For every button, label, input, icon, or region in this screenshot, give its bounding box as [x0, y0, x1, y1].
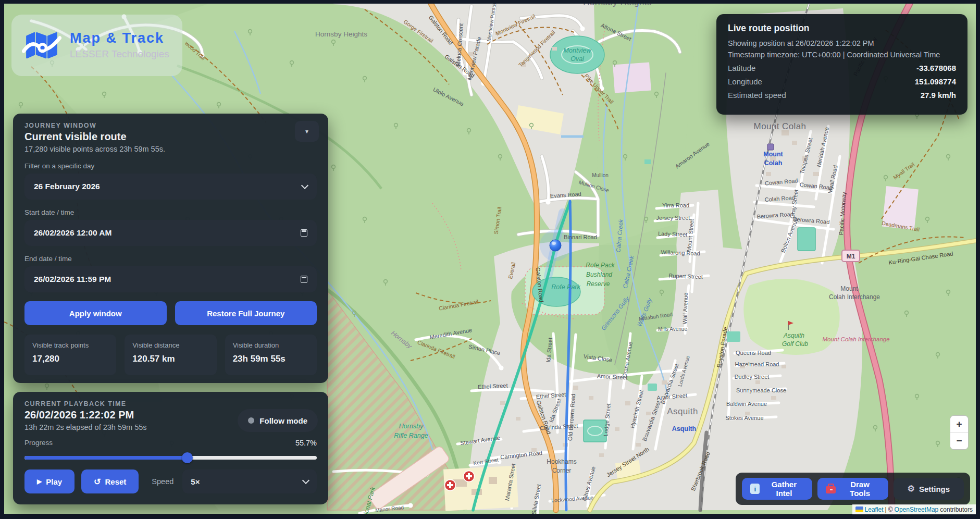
map-label: Corner	[552, 467, 572, 474]
play-button[interactable]: ▶ Play	[24, 469, 75, 493]
latitude-value: -33.678068	[916, 64, 956, 72]
toolbox-icon	[826, 486, 836, 493]
ukraine-flag-icon	[855, 506, 863, 512]
map-label: Hazelmead Road	[735, 361, 779, 367]
live-showing-position: Showing position at 26/02/2026 1:22:02 P…	[728, 39, 956, 47]
speed-select-value: 5×	[191, 477, 200, 486]
stat-label: Visible track points	[32, 341, 108, 349]
stat-value: 120.57 km	[132, 354, 175, 364]
app-root: M1 Hornsby HeightsHornsby Hei	[0, 0, 980, 519]
map-label: Reserve	[587, 280, 610, 288]
map-label: Asquith	[672, 425, 697, 433]
end-datetime-value: 26/02/2026 11:59 PM	[34, 275, 111, 284]
settings-button[interactable]: ⚙ Settings	[894, 478, 964, 500]
live-timezone: Timestamp timezone: UTC+00:00 | Coordina…	[728, 51, 956, 59]
slider-fill	[24, 456, 187, 460]
follow-mode-label: Follow mode	[259, 416, 307, 425]
map-and-track-logo-icon	[22, 28, 61, 63]
map-label: Wall Avenue	[681, 292, 689, 324]
map-label: Mount	[763, 151, 783, 158]
map-label: Stokes Avenue	[725, 415, 763, 421]
longitude-label: Longitude	[728, 77, 762, 86]
journey-title: Current visible route	[24, 131, 317, 143]
slider-thumb[interactable]	[182, 452, 193, 463]
reset-button[interactable]: ↺ Reset	[81, 469, 139, 493]
latitude-label: Latitude	[728, 64, 755, 72]
map-label: Lady Street	[658, 230, 688, 238]
reset-icon: ↺	[94, 477, 101, 487]
openstreetmap-link[interactable]: OpenStreetMap	[895, 506, 939, 513]
apply-window-button[interactable]: Apply window	[24, 301, 167, 325]
restore-full-journey-button[interactable]: Restore Full Journey	[175, 301, 317, 325]
reset-label: Reset	[105, 477, 127, 486]
stat-value: 23h 59m 55s	[233, 354, 286, 364]
progress-percent: 55.7%	[295, 439, 317, 447]
map-label: Mills Avenue	[658, 326, 687, 332]
playback-panel: CURRENT PLAYBACK TIME 26/02/2026 1:22:02…	[13, 392, 328, 504]
map-label: Bushland	[586, 271, 612, 278]
speed-select[interactable]: 5×	[182, 469, 317, 493]
m1-route-badge: M1	[842, 250, 860, 262]
start-datetime-input[interactable]: 26/02/2026 12:00 AM	[24, 220, 317, 246]
attribution-separator: |	[885, 506, 887, 513]
stat-visible-distance: Visible distance 120.57 km	[125, 335, 216, 375]
live-route-position-panel: Live route position Showing position at …	[716, 14, 967, 115]
zoom-in-button[interactable]: +	[950, 416, 968, 433]
map-label: Dudley Street	[735, 374, 770, 380]
draw-tools-button[interactable]: Draw Tools	[817, 478, 888, 500]
chevron-down-icon: ▼	[304, 129, 309, 134]
map-label: Colah	[764, 159, 783, 167]
brand-subtitle: LESSER Technologies	[70, 48, 169, 60]
draw-tools-label: Draw Tools	[840, 480, 879, 498]
info-icon: i	[750, 484, 760, 494]
play-label: Play	[46, 477, 62, 486]
brand-card: Map & Track LESSER Technologies	[11, 15, 182, 76]
end-datetime-input[interactable]: 26/02/2026 11:59 PM	[24, 266, 317, 292]
map-label: Hookhams	[547, 458, 576, 465]
stat-label: Visible distance	[132, 341, 208, 349]
attribution-suffix: contributors	[940, 506, 973, 513]
map-label: Rofe Park	[551, 283, 580, 291]
day-select[interactable]: 26 February 2026	[24, 174, 317, 200]
map-label: Jersey Street	[656, 215, 690, 221]
map-attribution: Leaflet | © OpenStreetMap contributors	[852, 504, 976, 514]
map-label: Sunnymeade Close	[736, 387, 786, 393]
follow-mode-toggle[interactable]: Follow mode	[238, 409, 318, 432]
map-label: Rofe Pack	[586, 262, 615, 269]
speed-label: Speed	[152, 477, 173, 486]
chevron-down-icon	[302, 477, 309, 484]
gather-intel-label: Gather Intel	[764, 480, 804, 498]
map-label: Asquith	[667, 406, 698, 416]
stat-visible-track-points: Visible track points 17,280	[24, 335, 116, 375]
rail-station-icon	[767, 144, 774, 150]
playback-eyebrow: CURRENT PLAYBACK TIME	[24, 400, 317, 407]
map-label: Rupert Street	[668, 273, 703, 280]
map-label: Mullion	[592, 172, 609, 178]
brand-title: Map & Track	[70, 31, 169, 46]
journey-window-panel: JOURNEY WINDOW Current visible route 17,…	[13, 114, 328, 383]
settings-label: Settings	[919, 485, 950, 493]
progress-slider[interactable]	[24, 452, 317, 463]
longitude-value: 151.098774	[915, 77, 956, 86]
live-position-marker[interactable]	[550, 240, 561, 251]
leaflet-link[interactable]: Leaflet	[865, 506, 884, 513]
map-label: Mount Colah	[754, 121, 807, 131]
map-tools-toolbar: i Gather Intel Draw Tools ⚙ Settings	[736, 473, 970, 505]
calendar-icon	[301, 229, 307, 237]
progress-label: Progress	[24, 439, 53, 447]
journey-eyebrow: JOURNEY WINDOW	[24, 122, 317, 129]
end-datetime-label: End date / time	[24, 255, 317, 263]
map-label: Queens Road	[736, 350, 771, 356]
collapse-panel-button[interactable]: ▼	[295, 121, 319, 142]
map-label: Oval	[570, 55, 585, 63]
gather-intel-button[interactable]: i Gather Intel	[742, 478, 812, 500]
play-icon: ▶	[37, 478, 42, 485]
longitude-row: Longitude 151.098774	[728, 77, 956, 86]
latitude-row: Latitude -33.678068	[728, 64, 956, 72]
zoom-out-button[interactable]: −	[950, 433, 968, 449]
map-label: Binnari Road	[564, 234, 597, 240]
map-label: Yirra Road	[662, 202, 689, 208]
attribution-copyright: ©	[888, 506, 893, 513]
svg-text:M1: M1	[847, 253, 855, 260]
map-label: Hornsby Heights	[315, 30, 367, 38]
